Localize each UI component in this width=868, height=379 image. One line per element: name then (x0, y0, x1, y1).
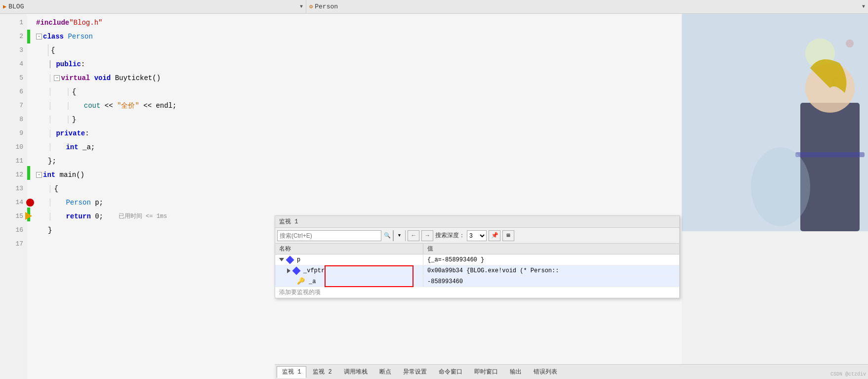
code-line-3: { (36, 43, 682, 57)
expand-p-icon[interactable] (279, 258, 284, 261)
code-line-14: │ Person p; (36, 196, 682, 210)
watch-add-row[interactable]: 添加要监视的项 (275, 287, 679, 298)
p-label: p (297, 254, 300, 265)
ln-12: 12 (11, 168, 23, 182)
person-title: Person (315, 3, 338, 10)
watch-back-button[interactable]: ← (408, 230, 419, 241)
line-numbers: 1 2 3 4 5 6 7 8 9 10 11 12 13 14 15 16 1… (0, 14, 27, 379)
code-line-8: │ │ } (36, 113, 682, 126)
a-key-icon: 🔑 (297, 276, 305, 287)
a-label: _a (309, 276, 316, 287)
code-line-4: │ public: (36, 57, 682, 71)
ln-7: 7 (11, 99, 23, 113)
code-panel: 1 2 3 4 5 6 7 8 9 10 11 12 13 14 15 16 1… (0, 14, 682, 379)
tab-breakpoints[interactable]: 断点 (374, 366, 397, 378)
p-diamond-icon (286, 255, 294, 264)
code-line-12: - int main() (36, 168, 682, 182)
code-line-1: #include"Blog.h" (36, 16, 682, 30)
code-line-11: }; (36, 154, 682, 168)
watch-row-a[interactable]: 🔑 _a -858993460 (275, 276, 679, 287)
csdn-watermark: CSDN @ctzdiv (830, 372, 866, 377)
watch-row-p-value: {_a=-858993460 } (423, 254, 679, 265)
watch-rows: p {_a=-858993460 } _vfptr 0x00a99b34 {BL… (275, 254, 679, 298)
tab-output[interactable]: 输出 (504, 366, 527, 378)
tab-callstack[interactable]: 调用堆栈 (338, 366, 373, 378)
watch-title: 监视 1 (279, 217, 298, 226)
arrow-indicator-15 (25, 212, 32, 220)
tab-command[interactable]: 命令窗口 (433, 366, 468, 378)
collapse-12[interactable]: - (36, 172, 42, 178)
code-line-7: │ │ cout << "全价" << endl; (36, 99, 682, 113)
watch-panel: 监视 1 🔍 ▼ ← → 搜索深度： 3 1 2 4 5 📌 ⊞ (275, 215, 680, 298)
code-line-6: │ │ { (36, 85, 682, 99)
collapse-2[interactable]: - (36, 34, 42, 40)
top-bar: ▶ BLOG ▼ ⚙ Person ▼ (0, 0, 868, 14)
watch-columns-button[interactable]: ⊞ (502, 230, 514, 241)
code-line-2: - class Person (36, 30, 682, 43)
ln-16: 16 (11, 223, 23, 237)
ln-8: 8 (11, 113, 23, 126)
collapse-5[interactable]: - (54, 75, 60, 81)
watch-pin-button[interactable]: 📌 (489, 230, 500, 241)
blog-dropdown-arrow[interactable]: ▼ (300, 4, 303, 9)
watch-row-a-value: -858993460 (423, 276, 679, 287)
ln-10: 10 (11, 140, 23, 154)
person-icon: ⚙ (309, 3, 313, 10)
tab-exceptions[interactable]: 异常设置 (398, 366, 432, 378)
watch-row-vfptr-name: _vfptr (275, 265, 423, 276)
svg-rect-4 (800, 103, 860, 231)
watch-add-label: 添加要监视的项 (279, 288, 321, 296)
ln-3: 3 (11, 43, 23, 57)
ln-1: 1 (11, 16, 23, 30)
watch-search-input[interactable] (278, 232, 381, 239)
person-dropdown-arrow[interactable]: ▼ (862, 4, 865, 9)
code-line-10: │ int _a; (36, 140, 682, 154)
expand-vfptr-icon[interactable] (287, 268, 290, 273)
watch-col-value-header: 值 (423, 244, 679, 254)
code-line-5: │ - virtual void Buyticket() (36, 71, 682, 85)
ln-6: 6 (11, 85, 23, 99)
tab-errorlist[interactable]: 错误列表 (528, 366, 563, 378)
code-line-13: │ { (36, 182, 682, 196)
watch-row-p-name: p (275, 254, 423, 265)
watch-headers: 名称 值 (275, 244, 679, 254)
watch-search-dropdown[interactable]: ▼ (393, 230, 405, 241)
ln-15: 15 (11, 210, 23, 223)
watch-row-vfptr[interactable]: _vfptr 0x00a99b34 {BLOG.exe!void (* Pers… (275, 265, 679, 276)
ln-2: 2 (11, 30, 23, 43)
watch-search-button[interactable]: 🔍 (381, 230, 393, 241)
ln-9: 9 (11, 126, 23, 140)
ln-4: 4 (11, 57, 23, 71)
svg-point-7 (751, 147, 810, 226)
watch-row-a-name: 🔑 _a (275, 276, 423, 287)
watch-depth-select[interactable]: 3 1 2 4 5 (467, 230, 487, 241)
editor-area: 1 2 3 4 5 6 7 8 9 10 11 12 13 14 15 16 1… (0, 14, 868, 379)
blog-icon: ▶ (3, 3, 6, 10)
vfptr-diamond-icon (292, 266, 301, 275)
tab-watch2[interactable]: 监视 2 (307, 366, 337, 378)
bottom-tabs: 监视 1 监视 2 调用堆栈 断点 异常设置 命令窗口 即时窗口 输出 错误列表 (275, 364, 868, 379)
watch-col-name-header: 名称 (275, 244, 423, 254)
ln-13: 13 (11, 182, 23, 196)
image-panel (682, 14, 868, 231)
code-line-9: │ private: (36, 126, 682, 140)
ln-17: 17 (11, 237, 23, 251)
watch-depth-label: 搜索深度： (435, 231, 465, 240)
ln-5: 5 (11, 71, 23, 85)
ln-11: 11 (11, 154, 23, 168)
watch-forward-button[interactable]: → (421, 230, 433, 241)
tab-watch1[interactable]: 监视 1 (277, 366, 306, 378)
vfptr-label: _vfptr (303, 265, 325, 276)
background-illustration (682, 14, 868, 231)
top-bar-left: ▶ BLOG ▼ (0, 0, 306, 13)
watch-title-bar: 监视 1 (275, 216, 679, 228)
blog-title: BLOG (8, 3, 24, 10)
watch-row-p[interactable]: p {_a=-858993460 } (275, 254, 679, 265)
watch-row-vfptr-value: 0x00a99b34 {BLOG.exe!void (* Person:: (423, 265, 679, 276)
svg-point-3 (846, 40, 854, 47)
ln-14: 14 (11, 196, 23, 210)
watch-toolbar: 🔍 ▼ ← → 搜索深度： 3 1 2 4 5 📌 ⊞ (275, 228, 679, 244)
tab-immediate[interactable]: 即时窗口 (469, 366, 503, 378)
breakpoint-dot-14 (26, 199, 34, 207)
watch-search-box[interactable]: 🔍 ▼ (277, 230, 406, 241)
